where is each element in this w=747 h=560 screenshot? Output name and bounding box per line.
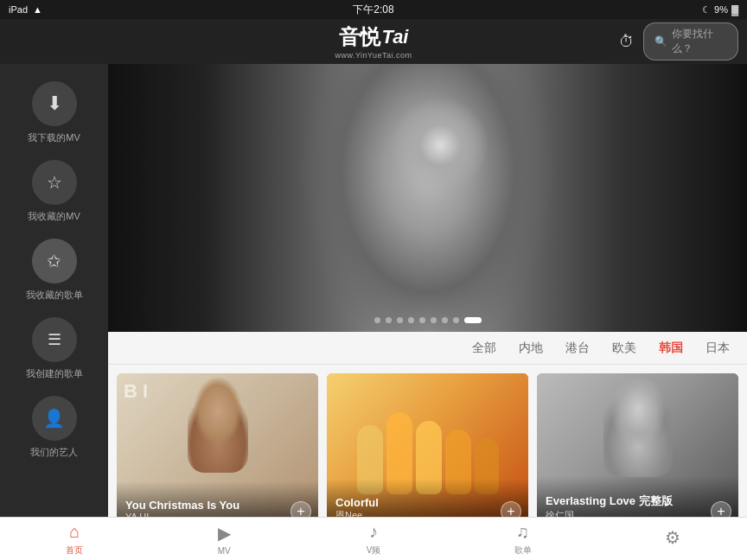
hero-dot-5[interactable]: [431, 317, 437, 323]
filter-tab-korean[interactable]: 韩国: [655, 339, 686, 358]
logo-main: 音悦 Tai: [339, 23, 409, 51]
bottom-tab-home[interactable]: ⌂ 首页: [0, 522, 150, 557]
hero-dot-3[interactable]: [408, 317, 414, 323]
card1-bi-label: B I: [124, 380, 148, 403]
card2-subtitle: 恩Nee: [335, 509, 520, 517]
artists-icon: 👤: [43, 408, 65, 429]
filter-bar: 全部 内地 港台 欧美 韩国 日本: [108, 332, 747, 365]
status-left: iPad ▲: [9, 4, 42, 15]
favorites-mv-icon-circle: ☆: [32, 160, 77, 205]
music-card-3[interactable]: Everlasting Love 完整版 徐仁国 +: [537, 373, 738, 517]
card3-subtitle: 徐仁国: [546, 509, 730, 517]
sidebar: ⬇ 我下载的MV ☆ 我收藏的MV ✩ 我收藏的歌单 ☰ 我创建的歌单 👤 我们…: [0, 64, 108, 517]
download-icon-circle: ⬇: [32, 81, 77, 126]
clock-button[interactable]: ⏱: [619, 33, 635, 51]
vfan-label: V频: [367, 544, 381, 557]
card2-title: Colorful: [335, 496, 520, 509]
wifi-icon: ▲: [33, 4, 42, 15]
logo-tai: Tai: [382, 26, 409, 48]
sidebar-label-favorites-playlist: 我收藏的歌单: [26, 289, 83, 302]
sidebar-item-favorites-mv[interactable]: ☆ 我收藏的MV: [28, 160, 80, 223]
card1-add-button[interactable]: +: [290, 501, 311, 517]
vfan-icon: ♪: [369, 522, 378, 542]
header: 音悦 Tai www.YinYueTai.com ⏱ 🔍 你要找什么？: [0, 19, 747, 64]
card2-overlay: Colorful 恩Nee: [327, 479, 528, 517]
bottom-tab-playlist[interactable]: ♫ 歌单: [448, 522, 597, 557]
sidebar-label-artists: 我们的艺人: [30, 446, 78, 459]
filter-tab-hktw[interactable]: 港台: [562, 339, 593, 358]
hero-dot-0[interactable]: [374, 317, 380, 323]
bottom-tab-mv[interactable]: ▶ MV: [150, 523, 299, 556]
card2-add-button[interactable]: +: [501, 501, 521, 517]
hero-dot-6[interactable]: [442, 317, 448, 323]
card3-add-button[interactable]: +: [711, 501, 731, 517]
settings-icon: ⚙: [665, 527, 680, 548]
favorites-mv-icon: ☆: [47, 172, 62, 193]
sidebar-item-my-playlist[interactable]: ☰ 我创建的歌单: [26, 317, 83, 380]
search-icon: 🔍: [654, 35, 667, 48]
music-card-1[interactable]: B I You Christmas Is You YA HI +: [117, 373, 318, 517]
home-icon: ⌂: [69, 522, 80, 542]
hero-dots: [374, 317, 482, 323]
status-right: ☾ 9% ▓: [702, 4, 738, 16]
favorites-playlist-icon: ✩: [47, 251, 61, 271]
sidebar-label-my-playlist: 我创建的歌单: [26, 367, 83, 380]
hero-dot-8[interactable]: [464, 317, 482, 323]
clock-icon: ⏱: [619, 33, 635, 50]
ipad-label: iPad: [9, 4, 28, 15]
hero-face: [108, 73, 747, 332]
card1-add-icon: +: [297, 504, 304, 517]
card1-title: You Christmas Is You: [125, 499, 310, 512]
battery-icon: ▓: [731, 4, 738, 15]
music-card-2[interactable]: Colorful 恩Nee +: [327, 373, 528, 517]
my-playlist-icon: ☰: [48, 330, 61, 349]
mv-icon: ▶: [218, 523, 231, 544]
filter-tab-all[interactable]: 全部: [469, 339, 500, 358]
filter-tab-japanese[interactable]: 日本: [702, 339, 733, 358]
status-bar: iPad ▲ 下午2:08 ☾ 9% ▓: [0, 0, 747, 19]
bottom-tab-vfan[interactable]: ♪ V频: [299, 522, 449, 557]
bottom-bar: ⌂ 首页 ▶ MV ♪ V频 ♫ 歌单 ⚙: [0, 517, 747, 560]
card1-overlay: You Christmas Is You YA HI: [117, 481, 318, 517]
filter-tab-mainland[interactable]: 内地: [515, 339, 546, 358]
card3-person: [603, 378, 673, 477]
sidebar-label-download: 我下载的MV: [28, 131, 80, 144]
logo-sub: www.YinYueTai.com: [335, 51, 412, 60]
search-placeholder: 你要找什么？: [672, 27, 727, 56]
logo-chinese: 音悦: [339, 23, 380, 51]
hero-dot-4[interactable]: [419, 317, 425, 323]
card3-overlay: Everlasting Love 完整版 徐仁国: [537, 476, 738, 517]
card3-title: Everlasting Love 完整版: [546, 493, 730, 509]
hero-dot-1[interactable]: [386, 317, 392, 323]
my-playlist-icon-circle: ☰: [32, 317, 77, 362]
sidebar-item-artists[interactable]: 👤 我们的艺人: [30, 396, 78, 459]
favorites-playlist-icon-circle: ✩: [32, 239, 77, 283]
sidebar-item-favorites-playlist[interactable]: ✩ 我收藏的歌单: [26, 239, 83, 302]
cards-section: B I You Christmas Is You YA HI + Colorfu…: [108, 365, 747, 517]
filter-tab-western[interactable]: 欧美: [609, 339, 640, 358]
hero-image: [108, 64, 747, 332]
sidebar-label-favorites-mv: 我收藏的MV: [28, 210, 80, 223]
main-content: 全部 内地 港台 欧美 韩国 日本 B I You Christmas Is Y…: [108, 64, 747, 517]
card3-add-icon: +: [717, 504, 725, 517]
sidebar-item-download[interactable]: ⬇ 我下载的MV: [28, 81, 80, 144]
hero-dot-7[interactable]: [453, 317, 459, 323]
search-bar[interactable]: 🔍 你要找什么？: [643, 22, 738, 60]
app-logo: 音悦 Tai www.YinYueTai.com: [335, 23, 412, 60]
bottom-tab-settings[interactable]: ⚙: [597, 527, 747, 550]
hero-banner[interactable]: [108, 64, 747, 332]
mv-label: MV: [218, 546, 231, 556]
status-time: 下午2:08: [353, 3, 393, 17]
battery-label: 9%: [714, 4, 728, 15]
playlist-icon: ♫: [516, 522, 529, 542]
home-label: 首页: [66, 544, 83, 557]
artists-icon-circle: 👤: [32, 396, 77, 441]
download-icon: ⬇: [47, 92, 62, 115]
moon-icon: ☾: [702, 4, 711, 16]
playlist-label: 歌单: [514, 544, 532, 557]
hero-dot-2[interactable]: [397, 317, 403, 323]
card1-person: [188, 378, 248, 473]
card2-add-icon: +: [507, 504, 514, 517]
